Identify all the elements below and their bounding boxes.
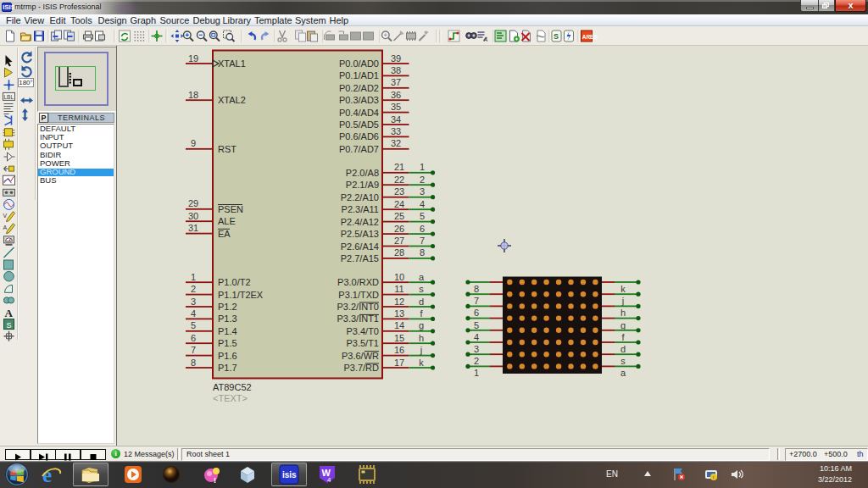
svg-text:P3.4/T0: P3.4/T0 <box>346 326 379 336</box>
svg-text:PSEN: PSEN <box>218 204 243 214</box>
svg-text:4: 4 <box>474 332 479 342</box>
svg-text:V: V <box>3 213 8 219</box>
svg-text:P1.1/T2EX: P1.1/T2EX <box>218 290 264 300</box>
svg-text:XTAL2: XTAL2 <box>218 95 246 105</box>
svg-text:P0.4/AD4: P0.4/AD4 <box>339 108 379 118</box>
svg-text:18: 18 <box>188 90 198 100</box>
svg-text:LBL: LBL <box>4 94 14 100</box>
svg-text:P1.2: P1.2 <box>218 302 237 312</box>
svg-text:a: a <box>620 368 626 378</box>
svg-text:P2.5/A13: P2.5/A13 <box>341 229 379 239</box>
svg-text:P2.0/A8: P2.0/A8 <box>346 168 379 178</box>
svg-text:27: 27 <box>394 236 404 246</box>
svg-text:s: s <box>419 284 424 294</box>
svg-text:2: 2 <box>474 356 479 366</box>
svg-text:S: S <box>554 32 559 41</box>
svg-text:S: S <box>7 321 12 330</box>
svg-text:P0.0/AD0: P0.0/AD0 <box>339 58 379 69</box>
svg-text:XTAL1: XTAL1 <box>218 58 246 69</box>
svg-text:1: 1 <box>191 272 196 282</box>
svg-text:17: 17 <box>394 358 404 368</box>
svg-text:P2.3/A11: P2.3/A11 <box>342 204 379 214</box>
svg-text:j: j <box>621 296 624 306</box>
svg-text:8: 8 <box>474 284 479 294</box>
svg-text:6: 6 <box>191 333 196 343</box>
svg-text:P1.5: P1.5 <box>218 338 237 348</box>
svg-text:37: 37 <box>391 77 401 87</box>
svg-text:4: 4 <box>420 199 425 209</box>
svg-text:7: 7 <box>420 236 425 246</box>
svg-text:26: 26 <box>394 224 404 234</box>
svg-text:2: 2 <box>191 284 196 294</box>
svg-text:g: g <box>620 320 626 330</box>
svg-text:25: 25 <box>394 211 404 221</box>
svg-text:7: 7 <box>191 345 196 355</box>
svg-text:P0.3/AD3: P0.3/AD3 <box>339 95 379 105</box>
svg-text:21: 21 <box>394 162 404 172</box>
svg-text:10: 10 <box>394 272 404 282</box>
svg-text:9: 9 <box>191 138 196 148</box>
svg-text:A: A <box>3 225 8 230</box>
svg-text:ARES: ARES <box>582 34 598 40</box>
svg-text:EA: EA <box>218 229 231 239</box>
svg-text:P1.6: P1.6 <box>218 351 237 361</box>
svg-text:P3.5/T1: P3.5/T1 <box>346 338 379 348</box>
svg-text:35: 35 <box>391 102 401 112</box>
svg-text:P3.7/RD: P3.7/RD <box>343 363 379 373</box>
svg-text:19: 19 <box>188 53 198 64</box>
svg-text:j: j <box>420 345 422 355</box>
svg-text:P1.7: P1.7 <box>218 363 237 373</box>
svg-text:k: k <box>419 358 424 368</box>
svg-text:8: 8 <box>191 358 196 368</box>
svg-text:P1.3: P1.3 <box>218 313 237 324</box>
svg-text:f: f <box>420 308 423 319</box>
svg-text:A: A <box>484 36 488 42</box>
svg-text:15: 15 <box>394 333 404 343</box>
svg-text:isis: isis <box>282 470 297 480</box>
svg-text:A: A <box>5 307 14 319</box>
svg-text:23: 23 <box>394 186 404 197</box>
svg-text:s: s <box>620 356 626 366</box>
svg-text:1: 1 <box>420 162 425 172</box>
svg-text:k: k <box>620 284 626 294</box>
svg-text:29: 29 <box>188 198 198 208</box>
svg-text:6: 6 <box>420 224 425 234</box>
svg-text:P3.6/WR: P3.6/WR <box>342 351 379 361</box>
svg-text:P3.2/INT0: P3.2/INT0 <box>337 302 379 312</box>
svg-text:4: 4 <box>191 308 196 319</box>
svg-text:3: 3 <box>191 297 196 307</box>
svg-text:32: 32 <box>391 138 401 148</box>
svg-text:!: ! <box>214 476 216 485</box>
svg-text:12: 12 <box>394 297 404 307</box>
svg-text:P0.7/AD7: P0.7/AD7 <box>339 144 379 154</box>
svg-text:P2.2/A10: P2.2/A10 <box>341 192 379 202</box>
svg-text:d: d <box>620 344 626 354</box>
svg-text:RST: RST <box>218 144 236 154</box>
svg-text:P2.4/A12: P2.4/A12 <box>341 217 379 227</box>
svg-text:d: d <box>419 297 424 307</box>
svg-text:g: g <box>419 320 424 330</box>
svg-text:h: h <box>419 333 424 343</box>
svg-text:P1.0/T2: P1.0/T2 <box>218 277 251 287</box>
svg-text:P0.6/AD6: P0.6/AD6 <box>339 131 379 141</box>
svg-text:ALE: ALE <box>218 216 236 226</box>
svg-text:h: h <box>620 308 626 318</box>
svg-text:8: 8 <box>420 247 425 258</box>
svg-text:P2.1/A9: P2.1/A9 <box>346 180 379 190</box>
svg-text:P3.1/TXD: P3.1/TXD <box>338 290 379 300</box>
svg-text:38: 38 <box>391 65 401 75</box>
svg-text:P2.7/A15: P2.7/A15 <box>341 253 379 263</box>
svg-text:5: 5 <box>420 211 425 221</box>
svg-text:2: 2 <box>420 175 425 185</box>
svg-text:3: 3 <box>420 186 425 197</box>
svg-text:31: 31 <box>188 223 198 233</box>
svg-text:a: a <box>419 272 425 282</box>
svg-text:AT89C52: AT89C52 <box>213 382 252 392</box>
svg-text:11: 11 <box>394 284 403 294</box>
svg-text:P0.1/AD1: P0.1/AD1 <box>339 70 379 80</box>
svg-text:30: 30 <box>188 211 198 221</box>
svg-text:P0.2/AD2: P0.2/AD2 <box>339 83 379 93</box>
svg-text:16: 16 <box>394 345 404 355</box>
svg-text:22: 22 <box>394 175 404 185</box>
svg-text:39: 39 <box>391 53 401 64</box>
